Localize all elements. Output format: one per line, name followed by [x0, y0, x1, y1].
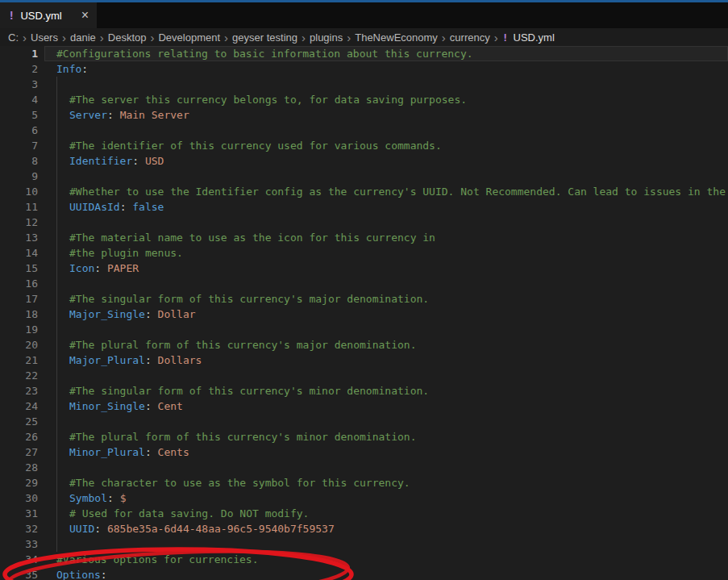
code-token-str: Dollar	[158, 308, 196, 320]
code-line[interactable]: 35Options:	[0, 567, 728, 580]
tab-usd-yml[interactable]: ! USD.yml ×	[0, 2, 97, 28]
code-line[interactable]: 27Minor_Plural: Cents	[0, 444, 728, 460]
breadcrumb-item[interactable]: Development	[158, 31, 220, 44]
code-line[interactable]: 10#Whether to use the Identifier config …	[0, 184, 728, 199]
breadcrumb-file[interactable]: USD.yml	[514, 31, 555, 44]
code-line[interactable]: 11UUIDAsId: false	[0, 199, 728, 215]
code-line[interactable]: 3	[0, 77, 728, 92]
code-token-comment: #The singular form of this currency's mi…	[69, 385, 429, 397]
chevron-right-icon: ›	[494, 32, 498, 43]
code-line[interactable]: 9	[0, 169, 728, 184]
code-line[interactable]: 12	[0, 215, 728, 230]
code-token-key: Minor_Plural	[69, 446, 145, 458]
code-line[interactable]: 5Server: Main Server	[0, 107, 728, 123]
line-content: #The singular form of this currency's ma…	[56, 291, 429, 307]
line-number: 22	[0, 368, 38, 383]
code-token-str: 685be35a-6d44-48aa-96c5-9540b7f59537	[107, 523, 335, 535]
breadcrumb-item[interactable]: C:	[8, 31, 19, 44]
chevron-right-icon: ›	[23, 32, 27, 43]
line-number: 34	[0, 552, 38, 567]
line-number: 17	[0, 291, 38, 307]
code-line[interactable]: 1#Configurations relating to basic infor…	[0, 46, 728, 61]
breadcrumb-item[interactable]: currency	[450, 31, 490, 44]
code-token-key: Identifier	[69, 155, 132, 167]
code-token-punct: :	[145, 354, 158, 366]
line-content: #The identifier of this currency used fo…	[56, 138, 442, 153]
code-line[interactable]: 30Symbol: $	[0, 490, 728, 506]
code-line[interactable]: 19	[0, 322, 728, 337]
code-line[interactable]: 28	[0, 460, 728, 475]
line-number: 8	[0, 153, 38, 169]
code-token-punct: :	[132, 155, 145, 167]
line-number: 9	[0, 169, 38, 184]
line-number: 26	[0, 429, 38, 444]
line-content: Symbol: $	[56, 490, 126, 506]
code-line[interactable]: 33	[0, 536, 728, 552]
code-token-key: Major_Single	[69, 308, 145, 320]
line-content	[56, 77, 69, 92]
code-line[interactable]: 14#the plugin menus.	[0, 245, 728, 261]
code-line[interactable]: 18Major_Single: Dollar	[0, 307, 728, 322]
code-line[interactable]: 21Major_Plural: Dollars	[0, 353, 728, 368]
line-content	[56, 368, 69, 383]
code-token-key: UUIDAsId	[69, 201, 120, 213]
code-token-punct: :	[145, 400, 158, 412]
line-number: 29	[0, 475, 38, 490]
chevron-right-icon: ›	[302, 32, 306, 43]
line-content	[56, 460, 69, 475]
code-line[interactable]: 7#The identifier of this currency used f…	[0, 138, 728, 153]
tab-label: USD.yml	[20, 10, 73, 22]
code-line[interactable]: 17#The singular form of this currency's …	[0, 291, 728, 307]
chevron-right-icon: ›	[347, 32, 351, 43]
code-line[interactable]: 24Minor_Single: Cent	[0, 398, 728, 414]
line-number: 10	[0, 184, 38, 199]
code-line[interactable]: 13#The material name to use as the icon …	[0, 230, 728, 245]
code-line[interactable]: 32UUID: 685be35a-6d44-48aa-96c5-9540b7f5…	[0, 521, 728, 536]
breadcrumb-item[interactable]: geyser testing	[232, 31, 297, 44]
code-line[interactable]: 22	[0, 368, 728, 383]
breadcrumb-item[interactable]: Desktop	[108, 31, 147, 44]
line-number: 23	[0, 383, 38, 398]
code-line[interactable]: 6	[0, 123, 728, 138]
line-content: Identifier: USD	[56, 153, 164, 169]
breadcrumb-item[interactable]: plugins	[310, 31, 343, 44]
code-line[interactable]: 31# Used for data saving. Do NOT modify.	[0, 506, 728, 521]
code-line[interactable]: 25	[0, 414, 728, 429]
code-token-key: Minor_Single	[69, 400, 145, 412]
line-number: 12	[0, 215, 38, 230]
code-token-punct: :	[107, 492, 120, 504]
line-number: 15	[0, 261, 38, 276]
code-line[interactable]: 26#The plural form of this currency's mi…	[0, 429, 728, 444]
code-token-key: Server	[69, 109, 107, 121]
code-token-punct: :	[101, 569, 107, 580]
code-line[interactable]: 2Info:	[0, 61, 728, 77]
code-line[interactable]: 4#The server this currency belongs to, f…	[0, 92, 728, 107]
line-content: #Configurations relating to basic inform…	[56, 46, 473, 61]
line-number: 19	[0, 322, 38, 337]
line-number: 30	[0, 490, 38, 506]
line-number: 21	[0, 353, 38, 368]
code-line[interactable]: 8Identifier: USD	[0, 153, 728, 169]
breadcrumb-item[interactable]: TheNewEconomy	[355, 31, 438, 44]
line-content	[56, 169, 69, 184]
line-content: #The character to use as the symbol for …	[56, 475, 410, 490]
code-line[interactable]: 23#The singular form of this currency's …	[0, 383, 728, 398]
code-line[interactable]: 34#Various options for currencies.	[0, 552, 728, 567]
tab-close-icon[interactable]: ×	[81, 9, 89, 22]
line-number: 4	[0, 92, 38, 107]
code-line[interactable]: 29#The character to use as the symbol fo…	[0, 475, 728, 490]
code-token-key: Major_Plural	[69, 354, 145, 366]
code-token-punct: :	[94, 523, 107, 535]
line-number: 33	[0, 536, 38, 552]
breadcrumb-item[interactable]: Users	[31, 31, 58, 44]
line-number: 3	[0, 77, 38, 92]
line-number: 16	[0, 276, 38, 291]
code-line[interactable]: 20#The plural form of this currency's ma…	[0, 337, 728, 353]
line-content: Major_Plural: Dollars	[56, 353, 202, 368]
code-token-punct: :	[107, 109, 120, 121]
breadcrumb-item[interactable]: danie	[70, 31, 96, 44]
editor-code-area[interactable]: 1#Configurations relating to basic infor…	[0, 46, 728, 580]
code-line[interactable]: 15Icon: PAPER	[0, 261, 728, 276]
line-content: Minor_Plural: Cents	[56, 444, 189, 460]
code-line[interactable]: 16	[0, 276, 728, 291]
